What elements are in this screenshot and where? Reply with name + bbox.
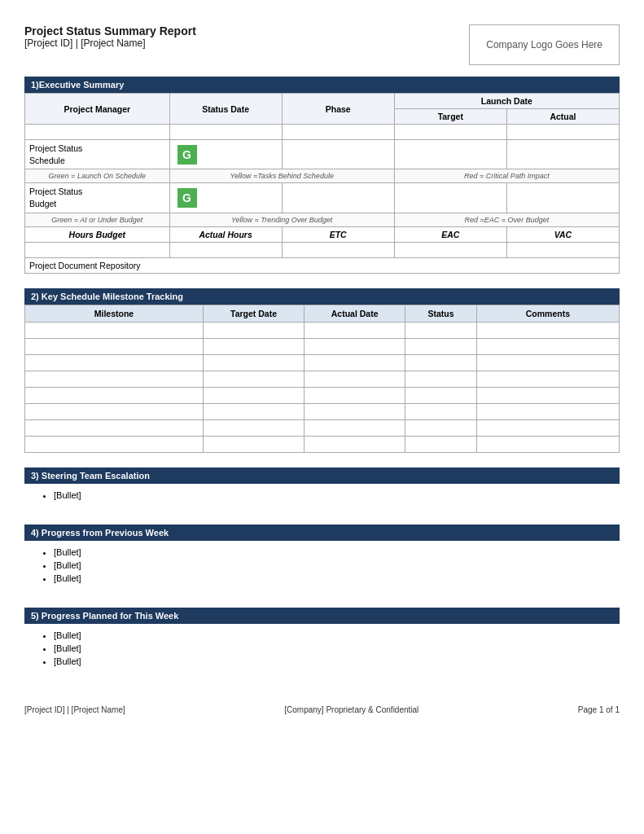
list-item: [Bullet] bbox=[54, 630, 607, 640]
milestone-section-header: 2) Key Schedule Milestone Tracking bbox=[24, 288, 620, 305]
milestone-row bbox=[25, 387, 620, 403]
status-col: Status bbox=[405, 305, 477, 322]
legend-green-budget: Green = At or Under Budget bbox=[25, 213, 170, 226]
budget-cols-header-row: Hours Budget Actual Hours ETC EAC VAC bbox=[25, 226, 620, 242]
steering-bullet-list: [Bullet] bbox=[37, 490, 607, 500]
target-date-col: Target Date bbox=[204, 305, 304, 322]
col-status-date: Status Date bbox=[169, 94, 282, 125]
milestone-row bbox=[25, 419, 620, 436]
milestone-row bbox=[25, 403, 620, 419]
page-header: Project Status Summary Report [Project I… bbox=[24, 24, 620, 65]
steering-team-header: 3) Steering Team Escalation bbox=[24, 467, 620, 484]
legend-yellow-budget: Yellow = Trending Over Budget bbox=[169, 213, 394, 226]
col-target: Target bbox=[394, 109, 506, 125]
budget-row: Project StatusBudget G bbox=[25, 183, 620, 213]
legend-red-schedule: Red = Critical Path Impact bbox=[394, 169, 619, 183]
actual-hours-header: Actual Hours bbox=[169, 226, 282, 242]
milestone-row bbox=[25, 436, 620, 452]
milestone-row bbox=[25, 338, 620, 354]
progress-planned-bullets: [Bullet][Bullet][Bullet] bbox=[24, 624, 620, 676]
footer-center: [Company] Proprietary & Confidential bbox=[284, 705, 418, 714]
milestone-row bbox=[25, 371, 620, 387]
actual-date-col: Actual Date bbox=[304, 305, 405, 322]
budget-label: Project StatusBudget bbox=[25, 183, 170, 213]
col-actual: Actual bbox=[506, 109, 619, 125]
footer-left: [Project ID] | [Project Name] bbox=[24, 705, 125, 714]
progress-previous-header: 4) Progress from Previous Week bbox=[24, 525, 620, 541]
project-id-name: [Project ID] | [Project Name] bbox=[24, 37, 196, 49]
milestone-header-row: Milestone Target Date Actual Date Status… bbox=[25, 305, 620, 322]
previous-bullet-list: [Bullet][Bullet][Bullet] bbox=[37, 547, 607, 583]
schedule-status-indicator: G bbox=[177, 145, 197, 165]
list-item: [Bullet] bbox=[54, 490, 607, 500]
hours-budget-header: Hours Budget bbox=[25, 226, 170, 242]
exec-data-row-1 bbox=[25, 125, 620, 140]
budget-status-cell: G bbox=[169, 183, 282, 213]
steering-team-bullets: [Bullet] bbox=[24, 484, 620, 510]
company-logo: Company Logo Goes Here bbox=[469, 24, 620, 65]
progress-previous-section: 4) Progress from Previous Week [Bullet][… bbox=[24, 525, 620, 593]
schedule-status-cell: G bbox=[169, 140, 282, 169]
footer-right: Page 1 of 1 bbox=[578, 705, 620, 714]
progress-planned-section: 5) Progress Planned for This Week [Bulle… bbox=[24, 608, 620, 676]
progress-previous-bullets: [Bullet][Bullet][Bullet] bbox=[24, 541, 620, 593]
legend-red-budget: Red =EAC = Over Budget bbox=[394, 213, 619, 226]
legend-yellow-schedule: Yellow =Tasks Behind Schedule bbox=[169, 169, 394, 183]
budget-status-indicator: G bbox=[177, 188, 197, 208]
vac-header: VAC bbox=[506, 226, 619, 242]
doc-repo-row: Project Document Repository bbox=[25, 257, 620, 273]
report-title-text: Project Status Summary Report bbox=[24, 24, 196, 37]
executive-summary-table: Project Manager Status Date Phase Launch… bbox=[24, 93, 620, 274]
col-project-manager: Project Manager bbox=[25, 94, 170, 125]
etc-header: ETC bbox=[282, 226, 394, 242]
milestone-tracking-section: 2) Key Schedule Milestone Tracking Miles… bbox=[24, 288, 620, 453]
list-item: [Bullet] bbox=[54, 643, 607, 653]
list-item: [Bullet] bbox=[54, 656, 607, 666]
schedule-row: Project StatusSchedule G bbox=[25, 140, 620, 169]
col-phase: Phase bbox=[282, 94, 394, 125]
schedule-label: Project StatusSchedule bbox=[25, 140, 170, 169]
steering-team-section: 3) Steering Team Escalation [Bullet] bbox=[24, 467, 620, 510]
milestone-col: Milestone bbox=[25, 305, 204, 322]
eac-header: EAC bbox=[394, 226, 506, 242]
executive-summary-header: 1)Executive Summary bbox=[24, 77, 620, 93]
budget-data-row bbox=[25, 242, 620, 257]
report-title: Project Status Summary Report [Project I… bbox=[24, 24, 196, 49]
comments-col: Comments bbox=[476, 305, 619, 322]
executive-summary-section: 1)Executive Summary Project Manager Stat… bbox=[24, 77, 620, 274]
logo-text: Company Logo Goes Here bbox=[486, 39, 602, 50]
planned-bullet-list: [Bullet][Bullet][Bullet] bbox=[37, 630, 607, 666]
milestone-row bbox=[25, 354, 620, 371]
page-footer: [Project ID] | [Project Name] [Company] … bbox=[24, 700, 620, 714]
list-item: [Bullet] bbox=[54, 573, 607, 583]
milestone-table: Milestone Target Date Actual Date Status… bbox=[24, 305, 620, 453]
list-item: [Bullet] bbox=[54, 560, 607, 570]
doc-repo-label: Project Document Repository bbox=[25, 257, 620, 273]
list-item: [Bullet] bbox=[54, 547, 607, 557]
exec-header-row: Project Manager Status Date Phase Launch… bbox=[25, 94, 620, 109]
col-launch-date: Launch Date bbox=[394, 94, 619, 109]
milestone-row bbox=[25, 322, 620, 338]
budget-legend-row: Green = At or Under Budget Yellow = Tren… bbox=[25, 213, 620, 226]
schedule-legend-row: Green = Launch On Schedule Yellow =Tasks… bbox=[25, 169, 620, 183]
legend-green-schedule: Green = Launch On Schedule bbox=[25, 169, 170, 183]
progress-planned-header: 5) Progress Planned for This Week bbox=[24, 608, 620, 624]
